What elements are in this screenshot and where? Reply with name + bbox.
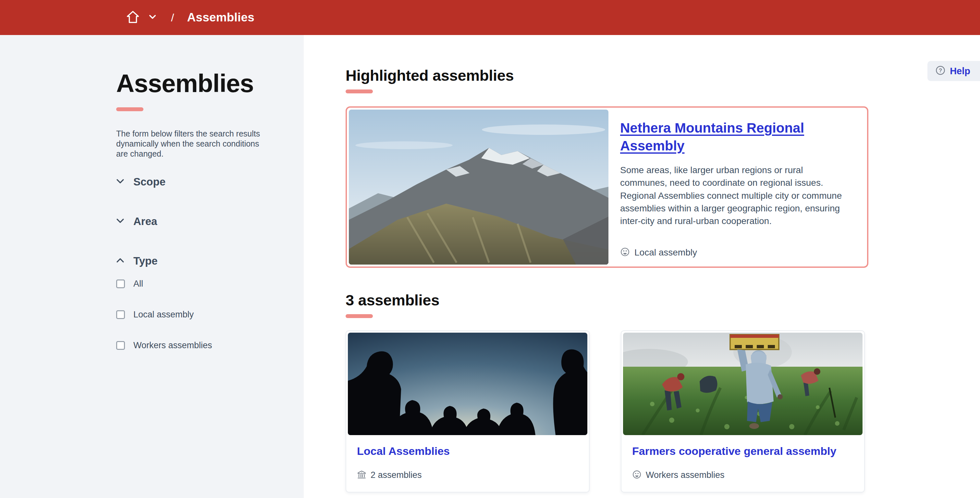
highlighted-card-body: Nethera Mountains Regional Assembly Some… — [620, 109, 865, 265]
filter-option-label: All — [134, 279, 143, 289]
svg-text:?: ? — [939, 67, 942, 74]
filter-option-label: Local assembly — [134, 309, 194, 320]
bank-icon — [357, 470, 366, 481]
assembly-card-farmers-cooperative[interactable]: Farmers cooperative general assembly Wor… — [621, 330, 865, 493]
heading-accent-bar — [345, 89, 373, 94]
filter-option-label: Workers assemblies — [134, 341, 212, 351]
filter-option-local-assembly[interactable]: Local assembly — [116, 309, 271, 320]
assemblies-count-heading: 3 assemblies — [345, 291, 980, 309]
highlighted-card-type-label: Local assembly — [635, 247, 697, 258]
assemblies-card-grid: Local Assemblies 2 assemblies — [345, 330, 980, 493]
chevron-down-icon — [116, 218, 124, 225]
chevron-up-icon — [116, 258, 124, 264]
filter-option-workers-assemblies[interactable]: Workers assemblies — [116, 341, 271, 351]
chevron-down-icon — [116, 179, 124, 185]
assembly-type-icon — [632, 470, 641, 481]
highlighted-card-description: Some areas, like larger urban regions or… — [620, 164, 850, 227]
filter-section-type: Type All Local assembly Workers assembli… — [116, 255, 271, 351]
assembly-card-meta: 2 assemblies — [357, 470, 578, 481]
highlighted-card-title-link[interactable]: Nethera Mountains Regional Assembly — [620, 119, 828, 155]
assembly-card-meta-label: 2 assemblies — [371, 470, 422, 480]
assembly-card-image-silhouettes — [348, 333, 587, 435]
breadcrumb-separator: / — [171, 11, 174, 24]
assembly-card-title-link[interactable]: Local Assemblies — [357, 445, 578, 457]
highlighted-assembly-card[interactable]: Nethera Mountains Regional Assembly Some… — [345, 106, 869, 268]
top-navigation-bar: / Assemblies — [0, 0, 980, 35]
filter-section-scope: Scope — [116, 176, 271, 188]
highlighted-card-meta: Local assembly — [620, 247, 857, 258]
breadcrumb-dropdown-toggle[interactable] — [149, 14, 156, 21]
filter-toggle-scope[interactable]: Scope — [116, 176, 271, 188]
assembly-card-image-farm-field — [623, 333, 862, 435]
filter-toggle-type[interactable]: Type — [116, 255, 271, 267]
checkbox-local-assembly[interactable] — [116, 310, 125, 319]
checkbox-workers-assemblies[interactable] — [116, 341, 125, 350]
assembly-card-local-assemblies[interactable]: Local Assemblies 2 assemblies — [345, 330, 590, 493]
filter-label-scope: Scope — [134, 176, 165, 188]
filter-toggle-area[interactable]: Area — [116, 215, 271, 228]
filter-label-type: Type — [134, 255, 158, 267]
assembly-card-body: Farmers cooperative general assembly Wor… — [623, 435, 862, 490]
assembly-card-body: Local Assemblies 2 assemblies — [348, 435, 587, 490]
assembly-card-meta-label: Workers assemblies — [646, 470, 725, 480]
help-label: Help — [950, 66, 970, 76]
assembly-card-meta: Workers assemblies — [632, 470, 853, 481]
filter-label-area: Area — [134, 215, 157, 228]
breadcrumb-home-link[interactable] — [125, 10, 140, 26]
filter-option-all[interactable]: All — [116, 279, 271, 289]
highlighted-assemblies-heading: Highlighted assemblies — [345, 67, 980, 84]
home-icon — [125, 10, 140, 26]
question-circle-icon: ? — [935, 65, 946, 77]
filter-options-type: All Local assembly Workers assemblies — [116, 279, 271, 351]
heading-accent-bar — [345, 314, 373, 318]
filters-form: Scope Area Type — [116, 176, 271, 351]
assembly-type-icon — [620, 247, 630, 258]
filters-sidebar: Assemblies The form below filters the se… — [0, 35, 304, 498]
filters-description: The form below filters the search result… — [116, 129, 271, 159]
chevron-down-icon — [149, 14, 156, 21]
title-accent-bar — [116, 107, 143, 111]
highlighted-card-image-mountains — [349, 109, 608, 265]
breadcrumb-current-assemblies[interactable]: Assemblies — [187, 11, 255, 24]
main-content: ? Help Highlighted assemblies — [304, 35, 980, 498]
filter-section-area: Area — [116, 215, 271, 228]
page-title: Assemblies — [116, 69, 271, 98]
checkbox-all[interactable] — [116, 279, 125, 288]
assembly-card-title-link[interactable]: Farmers cooperative general assembly — [632, 445, 853, 457]
help-button[interactable]: ? Help — [928, 61, 980, 81]
